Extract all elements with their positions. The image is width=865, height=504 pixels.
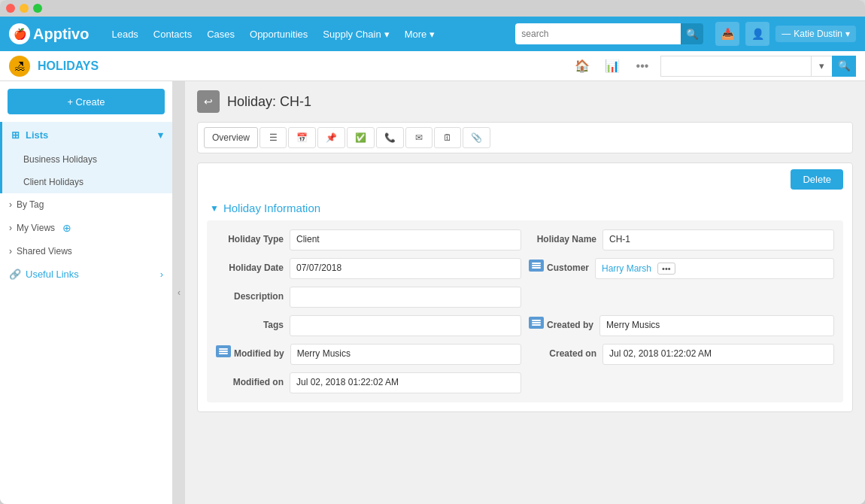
customer-link[interactable]: Harry Marsh — [602, 263, 651, 274]
by-tag-label: By Tag — [17, 199, 44, 210]
maximize-dot[interactable] — [33, 4, 42, 13]
my-views-label: My Views — [17, 223, 55, 233]
sidebar-by-tag[interactable]: › By Tag — [0, 193, 172, 216]
sidebar-toggle[interactable]: ‹ — [173, 81, 185, 504]
tab-1[interactable]: ☰ — [260, 127, 287, 148]
chart-icon[interactable]: 📊 — [600, 54, 624, 78]
tab-2-icon: 📅 — [296, 132, 308, 143]
subheader-search: ▾ 🔍 — [660, 56, 856, 77]
tab-overview-label: Overview — [212, 132, 250, 143]
section-title: Holiday Information — [223, 202, 320, 214]
sidebar-shared-views[interactable]: › Shared Views — [0, 240, 172, 263]
customer-value: Harry Marsh ••• — [595, 258, 834, 279]
nav-cases[interactable]: Cases — [199, 29, 242, 40]
search-box: 🔍 — [515, 23, 703, 44]
tab-6[interactable]: ✉ — [405, 127, 432, 148]
description-label: Description — [216, 287, 284, 302]
app-window: 🍎 Apptivo Leads Contacts Cases Opportuni… — [0, 0, 865, 504]
customer-label: Customer — [547, 258, 589, 273]
customer-more-button[interactable]: ••• — [657, 263, 675, 275]
sidebar-lists-header[interactable]: ⊞ Lists ▾ — [2, 122, 172, 148]
useful-links-arrow-icon: › — [160, 269, 163, 280]
delete-button[interactable]: Delete — [791, 169, 843, 190]
chevron-right-icon-3: › — [9, 246, 12, 257]
lists-chevron-icon: ▾ — [158, 129, 163, 141]
tags-value — [290, 315, 521, 336]
username: Katie Dustin — [794, 29, 842, 39]
description-value — [290, 287, 521, 308]
add-view-icon[interactable]: ⊕ — [62, 222, 71, 234]
more-icon[interactable]: ••• — [630, 54, 654, 78]
holiday-type-value: Client — [290, 229, 521, 250]
modified-by-field-icon — [216, 345, 231, 357]
modified-by-row: Modified by Merry Musics — [216, 344, 521, 365]
sidebar-item-business-holidays[interactable]: Business Holidays — [2, 148, 172, 171]
holiday-name-label: Holiday Name — [529, 229, 596, 244]
logo-icon: 🍎 — [9, 23, 30, 44]
user-menu[interactable]: — Katie Dustin ▾ — [775, 26, 856, 42]
main-layout: + Create ⊞ Lists ▾ Business Holidays Cli… — [0, 81, 865, 504]
tab-overview[interactable]: Overview — [204, 127, 258, 148]
close-dot[interactable] — [6, 4, 15, 13]
user-icon[interactable]: 👤 — [745, 22, 769, 46]
sidebar-item-client-holidays[interactable]: Client Holidays — [2, 171, 172, 193]
holidays-title: HOLIDAYS — [38, 59, 99, 73]
home-icon[interactable]: 🏠 — [570, 54, 594, 78]
search-button[interactable]: 🔍 — [681, 23, 703, 44]
created-by-row: Created by Merry Musics — [529, 315, 834, 336]
main-content: ↩ Holiday: CH-1 Overview ☰ 📅 📌 ✅ 📞 ✉ 🗓 📎 — [185, 81, 865, 504]
created-by-label: Created by — [547, 315, 593, 330]
chevron-down-icon: ▾ — [384, 29, 390, 40]
subheader-search-dropdown[interactable]: ▾ — [811, 56, 832, 77]
nav-leads[interactable]: Leads — [104, 29, 145, 40]
holiday-date-label: Holiday Date — [216, 258, 284, 273]
holiday-name-row: Holiday Name CH-1 — [529, 229, 834, 250]
titlebar — [0, 0, 865, 17]
created-on-row: Created on Jul 02, 2018 01:22:02 AM — [529, 344, 834, 365]
form-grid: Holiday Type Client Holiday Date 07/07/2… — [207, 220, 843, 402]
nav-more[interactable]: More ▾ — [397, 29, 443, 40]
holiday-type-label: Holiday Type — [216, 229, 284, 244]
customer-lines-icon — [530, 261, 542, 270]
minimize-dot[interactable] — [20, 4, 29, 13]
inbox-icon[interactable]: 📥 — [715, 22, 739, 46]
tab-2[interactable]: 📅 — [288, 127, 316, 148]
logo-text: Apptivo — [33, 26, 89, 43]
holidays-icon: 🏖 — [9, 56, 30, 77]
sidebar-useful-links[interactable]: 🔗 Useful Links › — [0, 263, 172, 286]
nav-icons: 📥 👤 — [715, 22, 769, 46]
nav-contacts[interactable]: Contacts — [146, 29, 199, 40]
tab-6-icon: ✉ — [415, 132, 423, 143]
search-input[interactable] — [515, 23, 681, 44]
sidebar-my-views[interactable]: › My Views ⊕ — [0, 216, 172, 240]
modified-on-label: Modified on — [216, 372, 284, 387]
tab-4-icon: ✅ — [355, 132, 366, 143]
subheader-right: 🏠 📊 ••• ▾ 🔍 — [570, 54, 856, 78]
back-arrow-icon: ↩ — [204, 96, 213, 108]
holiday-type-row: Holiday Type Client — [216, 229, 521, 250]
tab-3[interactable]: 📌 — [317, 127, 345, 148]
section-header[interactable]: ▼ Holiday Information — [198, 196, 852, 220]
chevron-right-icon: › — [9, 199, 12, 210]
create-button[interactable]: + Create — [8, 89, 165, 114]
customer-row: Customer Harry Marsh ••• — [529, 258, 834, 279]
back-button[interactable]: ↩ — [197, 90, 220, 113]
tab-4[interactable]: ✅ — [347, 127, 375, 148]
nav-opportunities[interactable]: Opportunities — [242, 29, 315, 40]
grid-icon: ⊞ — [11, 129, 20, 141]
created-by-value: Merry Musics — [599, 315, 834, 336]
tab-5-icon: 📞 — [384, 132, 396, 143]
tab-8[interactable]: 📎 — [463, 127, 490, 148]
tab-8-icon: 📎 — [471, 132, 482, 143]
nav-supply-chain[interactable]: Supply Chain ▾ — [315, 29, 396, 40]
created-on-label: Created on — [529, 344, 596, 359]
app-logo: 🍎 Apptivo — [9, 23, 89, 44]
tab-7[interactable]: 🗓 — [434, 127, 461, 148]
top-navigation: 🍎 Apptivo Leads Contacts Cases Opportuni… — [0, 17, 865, 51]
shared-views-label: Shared Views — [17, 246, 72, 257]
sidebar-lists-label: Lists — [26, 129, 48, 141]
subheader-search-button[interactable]: 🔍 — [832, 56, 856, 77]
holiday-date-value: 07/07/2018 — [290, 258, 521, 279]
subheader-search-input[interactable] — [660, 56, 811, 77]
tab-5[interactable]: 📞 — [376, 127, 404, 148]
